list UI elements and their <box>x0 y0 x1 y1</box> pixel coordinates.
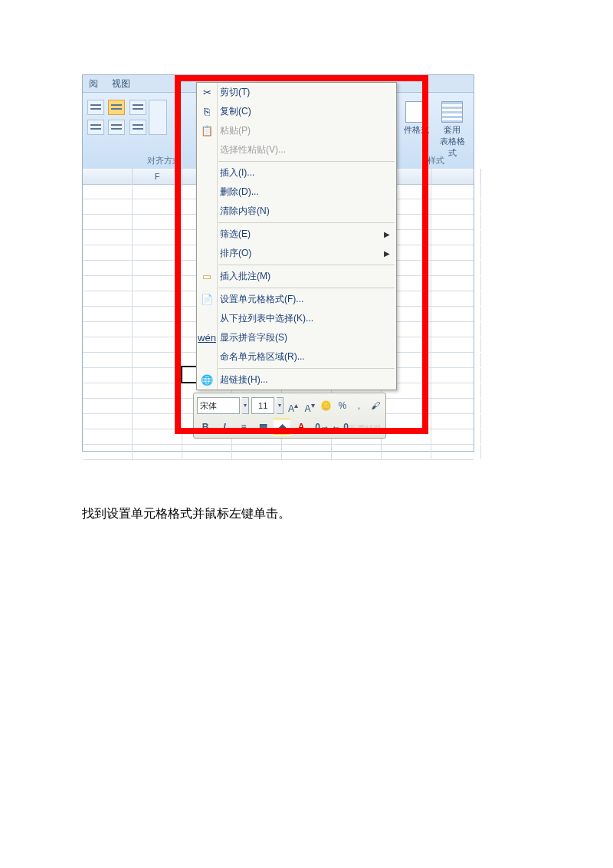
instruction-text: 找到设置单元格格式并鼠标左键单击。 <box>82 506 290 522</box>
table-format-button[interactable]: 套用 表格格式 <box>437 100 467 146</box>
mini-toolbar: 宋体 ▾ 11 ▾ A▴ A▾ 🪙 % , 🖌 B I ≡ ▦ ◆ A .0→ … <box>193 393 386 439</box>
pinyin-icon: wén <box>197 332 217 344</box>
table-format-icon <box>441 101 463 123</box>
align-top-row <box>87 100 148 117</box>
scissors-icon: ✂ <box>197 87 217 98</box>
menu-delete[interactable]: 删除(D)... <box>197 182 396 202</box>
menu-show-pinyin[interactable]: wén显示拼音字段(S) <box>197 328 396 347</box>
submenu-arrow-icon: ▶ <box>384 230 390 238</box>
format-icon: 📄 <box>197 294 217 305</box>
fill-color-icon[interactable]: ◆ <box>274 419 290 436</box>
orientation-button[interactable] <box>149 100 167 135</box>
font-color-icon[interactable]: A <box>293 419 310 436</box>
menu-copy[interactable]: ⎘复制(C) <box>197 102 396 121</box>
menu-clear[interactable]: 清除内容(N) <box>197 202 396 221</box>
format-painter-icon[interactable]: 🖌 <box>369 397 382 414</box>
menu-insert-comment[interactable]: ▭插入批注(M) <box>197 267 396 286</box>
decrease-decimal-icon[interactable]: ←.0 <box>331 419 348 436</box>
menu-paste: 📋粘贴(P) <box>197 121 396 140</box>
align-right-icon[interactable] <box>129 120 146 135</box>
borders-icon[interactable]: ▦ <box>254 419 271 436</box>
italic-icon[interactable]: I <box>216 419 233 436</box>
col-f[interactable]: F <box>133 169 182 184</box>
align-top-right-icon[interactable] <box>129 100 146 115</box>
align-group-label: 对齐方式 <box>147 155 181 166</box>
shrink-font-icon[interactable]: A▾ <box>303 397 316 414</box>
comma-format-icon[interactable]: , <box>352 397 366 414</box>
tab-view[interactable]: 视图 <box>112 77 130 90</box>
font-dropdown-icon[interactable]: ▾ <box>242 397 249 414</box>
conditional-format-icon <box>405 101 427 123</box>
style-group-label: 样式 <box>428 155 444 166</box>
menu-cut[interactable]: ✂剪切(T) <box>197 83 396 102</box>
copy-icon: ⎘ <box>197 106 217 117</box>
menu-format-cells[interactable]: 📄设置单元格格式(F)... <box>197 290 396 309</box>
context-menu: ✂剪切(T) ⎘复制(C) 📋粘贴(P) 选择性粘贴(V)... 插入(I)..… <box>196 82 397 390</box>
align-icon[interactable]: ≡ <box>235 419 252 436</box>
align-top-left-icon[interactable] <box>87 100 104 115</box>
font-name-input[interactable]: 宋体 <box>197 397 240 414</box>
comment-icon: ▭ <box>197 271 217 282</box>
conditional-format-button[interactable]: 件格式 <box>401 100 431 146</box>
accounting-format-icon[interactable]: 🪙 <box>319 397 333 414</box>
submenu-arrow-icon: ▶ <box>384 249 390 258</box>
ribbon-tabs: 阅 视图 <box>83 75 130 92</box>
menu-filter[interactable]: 筛选(E)▶ <box>197 225 396 244</box>
hyperlink-icon: 🌐 <box>197 374 217 386</box>
tab-review[interactable]: 阅 <box>89 77 98 90</box>
bold-icon[interactable]: B <box>197 419 214 436</box>
col-e[interactable] <box>83 169 133 184</box>
page: 阅 视图 对齐方式 件格式 套用 表格格式 样式 <box>0 0 613 868</box>
size-dropdown-icon[interactable]: ▾ <box>277 397 284 414</box>
align-center-icon[interactable] <box>108 120 125 135</box>
menu-hyperlink[interactable]: 🌐超链接(H)... <box>197 370 396 390</box>
align-left-icon[interactable] <box>87 120 104 135</box>
grow-font-icon[interactable]: A▴ <box>286 397 300 414</box>
menu-name-range[interactable]: 命名单元格区域(R)... <box>197 347 396 367</box>
menu-paste-special: 选择性粘贴(V)... <box>197 140 396 159</box>
menu-sort[interactable]: 排序(O)▶ <box>197 244 396 263</box>
screenshot: 阅 视图 对齐方式 件格式 套用 表格格式 样式 <box>82 74 474 452</box>
font-size-input[interactable]: 11 <box>251 397 274 414</box>
align-top-center-icon[interactable] <box>108 100 125 115</box>
percent-format-icon[interactable]: % <box>336 397 349 414</box>
paste-icon: 📋 <box>197 125 217 136</box>
watermark: 百度经验 <box>347 423 381 435</box>
menu-insert[interactable]: 插入(I)... <box>197 163 396 182</box>
table-fmt-label1: 套用 <box>437 124 467 136</box>
increase-decimal-icon[interactable]: .0→ <box>312 419 329 436</box>
cond-fmt-label: 件格式 <box>401 124 431 136</box>
align-bottom-row <box>87 120 148 137</box>
menu-pick-from-list[interactable]: 从下拉列表中选择(K)... <box>197 309 396 328</box>
